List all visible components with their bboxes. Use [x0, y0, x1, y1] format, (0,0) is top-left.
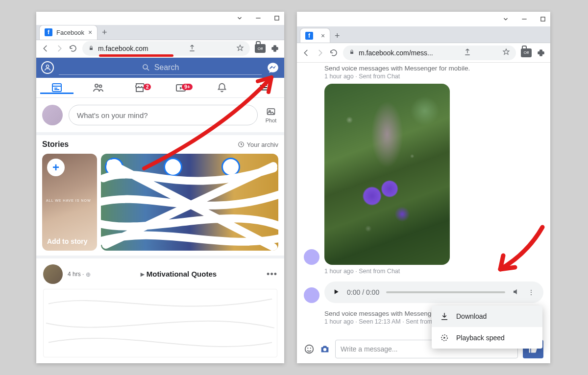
- audio-player[interactable]: 0:00 / 0:00 ⋮: [324, 281, 543, 303]
- new-tab-button[interactable]: +: [98, 26, 111, 40]
- sender-avatar[interactable]: [304, 287, 319, 303]
- reload-button[interactable]: [329, 48, 338, 57]
- composer-input[interactable]: What's on your mind?: [69, 105, 258, 125]
- messenger-icon[interactable]: [267, 61, 279, 74]
- forward-button[interactable]: [316, 48, 324, 57]
- chevron-down-icon[interactable]: [502, 16, 509, 23]
- bookmark-star-icon[interactable]: [236, 44, 244, 53]
- audio-message-row: 0:00 / 0:00 ⋮: [304, 281, 543, 303]
- annotation-url-underline: [99, 54, 173, 57]
- share-icon[interactable]: [188, 44, 196, 53]
- feed-post: 4 hrs · ▸Motivational Quotes •••: [36, 258, 284, 363]
- chat-thread: Send voice messages with Messenger for m…: [297, 63, 550, 363]
- close-tab-icon[interactable]: ×: [88, 28, 92, 36]
- menu-item-download[interactable]: Download: [432, 305, 542, 327]
- browser-window-2: f × + m.facebook.com/mess... Of: [297, 12, 550, 363]
- tab-title: Facebook: [56, 29, 84, 36]
- minimize-icon[interactable]: [521, 16, 528, 23]
- window-titlebar: [36, 12, 284, 25]
- address-bar[interactable]: m.facebook.com/mess...: [343, 46, 516, 60]
- globe-icon: [86, 272, 91, 277]
- tab-feed[interactable]: [36, 82, 77, 94]
- profile-icon[interactable]: [41, 61, 54, 74]
- audio-track[interactable]: [386, 291, 505, 293]
- address-bar[interactable]: m.facebook.com: [82, 41, 250, 56]
- tab-facebook[interactable]: f Facebook ×: [39, 25, 98, 40]
- facebook-search-input[interactable]: Search: [59, 60, 262, 75]
- svg-rect-0: [275, 16, 279, 20]
- playback-speed-icon: [440, 333, 449, 343]
- facebook-favicon-icon: f: [45, 28, 52, 36]
- annotation-scribble: [101, 154, 278, 251]
- svg-point-2: [46, 65, 49, 68]
- download-label: Download: [456, 312, 487, 320]
- tab-friends[interactable]: [77, 82, 119, 94]
- svg-point-17: [323, 348, 326, 351]
- url-text: m.facebook.com: [98, 45, 148, 52]
- tab-strip: f Facebook × +: [36, 25, 284, 40]
- tab-strip: f × +: [297, 26, 550, 43]
- composer-placeholder: What's on your mind?: [77, 111, 148, 119]
- sender-avatar[interactable]: [304, 249, 319, 265]
- svg-point-3: [143, 65, 147, 69]
- chat-image[interactable]: [324, 84, 450, 265]
- facebook-tab-row: 2 9+: [36, 78, 284, 98]
- tab-menu[interactable]: [243, 82, 284, 93]
- add-story-label: Add to story: [47, 237, 87, 246]
- chevron-down-icon[interactable]: [236, 15, 243, 22]
- facebook-header: Search: [36, 58, 284, 78]
- message-meta: 1 hour ago · Sent from Chat: [304, 268, 543, 275]
- image-message-row: [304, 84, 543, 265]
- mute-icon[interactable]: [512, 287, 521, 298]
- new-tab-button[interactable]: +: [330, 29, 344, 43]
- watch-badge: 9+: [182, 84, 192, 90]
- post-more-button[interactable]: •••: [267, 269, 277, 280]
- facebook-favicon-icon: f: [305, 32, 313, 40]
- extensions-puzzle-icon[interactable]: [537, 48, 545, 57]
- voice-message-prompt: Send voice messages with Messenger for m…: [324, 65, 543, 72]
- post-image[interactable]: [43, 289, 277, 357]
- browser-toolbar: m.facebook.com/mess... Off: [297, 43, 550, 63]
- tab-watch[interactable]: 9+: [160, 82, 201, 94]
- extensions-puzzle-icon[interactable]: [270, 44, 279, 53]
- bookmark-star-icon[interactable]: [502, 48, 510, 57]
- clock-icon: [238, 141, 245, 148]
- forward-button[interactable]: [55, 44, 64, 53]
- post-avatar[interactable]: [43, 264, 63, 284]
- tab-notifications[interactable]: [201, 82, 243, 93]
- user-avatar[interactable]: [42, 105, 63, 125]
- tab-marketplace[interactable]: 2: [119, 82, 160, 94]
- play-icon[interactable]: [332, 288, 340, 297]
- post-composer: What's on your mind? Phot: [36, 98, 284, 135]
- browser-toolbar: m.facebook.com Off: [36, 40, 284, 58]
- camera-icon[interactable]: [319, 344, 330, 354]
- close-tab-icon[interactable]: ×: [321, 32, 325, 40]
- minimize-icon[interactable]: [255, 15, 262, 22]
- maximize-icon[interactable]: [273, 15, 280, 22]
- reload-button[interactable]: [69, 44, 77, 53]
- share-icon[interactable]: [464, 48, 471, 57]
- back-button[interactable]: [41, 44, 50, 53]
- add-story-plus-icon: +: [47, 159, 65, 176]
- audio-context-menu: Download Playback speed: [432, 305, 542, 349]
- tab-facebook-messages[interactable]: f ×: [300, 28, 330, 43]
- playback-label: Playback speed: [456, 334, 505, 342]
- annotation-scribble: [44, 289, 277, 357]
- extension-off-icon[interactable]: Off: [521, 48, 532, 57]
- lock-icon: [349, 49, 355, 56]
- audio-more-button[interactable]: ⋮: [528, 288, 536, 296]
- extension-off-icon[interactable]: Off: [255, 44, 266, 53]
- menu-item-playback-speed[interactable]: Playback speed: [432, 327, 542, 349]
- add-story-card[interactable]: + ALL WE HAVE IS NOW Add to story: [42, 154, 97, 251]
- your-archive-link[interactable]: Your archiv: [238, 141, 278, 148]
- svg-point-6: [99, 85, 102, 87]
- menu-icon: [258, 82, 269, 93]
- back-button[interactable]: [302, 48, 311, 57]
- emoji-icon[interactable]: [304, 344, 315, 354]
- maximize-icon[interactable]: [539, 16, 546, 23]
- post-title[interactable]: ▸Motivational Quotes: [96, 270, 262, 279]
- photo-button[interactable]: Phot: [264, 107, 278, 123]
- window-titlebar: [297, 12, 550, 26]
- stories-carousel[interactable]: [101, 154, 278, 251]
- browser-window-1: f Facebook × + m.facebook.com: [36, 12, 284, 363]
